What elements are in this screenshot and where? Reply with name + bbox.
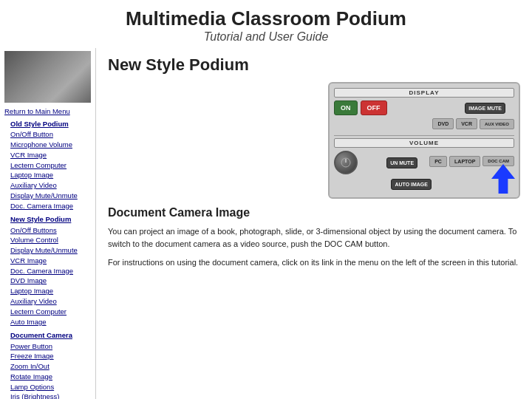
old-on-off[interactable]: On/Off Button xyxy=(10,129,91,140)
new-podium-header[interactable]: New Style Podium xyxy=(4,214,91,225)
auto-image-button[interactable]: AUTO IMAGE xyxy=(391,179,432,190)
old-aux-video[interactable]: Auxiliary Video xyxy=(10,180,91,191)
main-layout: Return to Main Menu Old Style Podium On/… xyxy=(0,48,532,399)
laptop-button[interactable]: LAPTOP xyxy=(449,156,480,167)
aux-video-button[interactable]: AUX VIDEO xyxy=(480,119,514,129)
new-lectern[interactable]: Lectern Computer xyxy=(10,307,91,317)
un-mute-col: UN MUTE xyxy=(386,157,417,168)
new-laptop[interactable]: Laptop Image xyxy=(10,286,91,296)
source-row-1: DVD VCR AUX VIDEO xyxy=(432,118,514,129)
vcr-button[interactable]: VCR xyxy=(456,118,477,129)
volume-knob[interactable] xyxy=(334,151,358,174)
return-to-main-link[interactable]: Return to Main Menu xyxy=(4,107,91,115)
new-on-off[interactable]: On/Off Buttons xyxy=(10,225,91,236)
doc-lamp[interactable]: Lamp Options xyxy=(10,382,91,392)
source-row-2: PC LAPTOP DOC CAM xyxy=(429,156,514,167)
old-lectern[interactable]: Lectern Computer xyxy=(10,160,91,171)
old-laptop[interactable]: Laptop Image xyxy=(10,170,91,180)
page-title: Multimedia Classroom Podium xyxy=(0,7,532,30)
dvd-button[interactable]: DVD xyxy=(432,118,454,129)
doc-zoom[interactable]: Zoom In/Out xyxy=(10,361,91,372)
off-btn-col: OFF xyxy=(361,100,387,115)
auto-image-row: AUTO IMAGE xyxy=(334,177,514,190)
un-mute-button[interactable]: UN MUTE xyxy=(386,157,417,168)
doc-cam-button[interactable]: DOC CAM xyxy=(482,156,514,166)
doc-freeze[interactable]: Freeze Image xyxy=(10,351,91,361)
image-mute-col: IMAGE MUTE xyxy=(465,103,505,114)
doc-camera-header[interactable]: Document Camera xyxy=(4,330,91,341)
doc-camera-para-2: For instructions on using the document c… xyxy=(108,256,520,269)
volume-label: VOLUME xyxy=(334,138,514,148)
doc-camera-text: You can project an image of a book, phot… xyxy=(108,225,520,269)
panel-divider-1 xyxy=(334,135,514,136)
old-podium-header[interactable]: Old Style Podium xyxy=(4,119,91,129)
page-subtitle: Tutorial and User Guide xyxy=(0,30,532,44)
new-volume[interactable]: Volume Control xyxy=(10,235,91,245)
doc-camera-para-1: You can project an image of a book, phot… xyxy=(108,225,520,250)
display-row: ON OFF IMAGE MUTE DVD VCR AUX VID xyxy=(334,100,514,132)
volume-row: UN MUTE PC LAPTOP DOC CAM xyxy=(334,151,514,174)
content-area: New Style Podium DISPLAY ON OFF IMAGE MU… xyxy=(96,48,532,399)
display-label: DISPLAY xyxy=(334,88,514,98)
on-button[interactable]: ON xyxy=(334,100,358,115)
doc-camera-title: Document Camera Image xyxy=(108,206,520,219)
old-podium-items: On/Off Button Microphone Volume VCR Imag… xyxy=(4,129,91,211)
doc-camera-items: Power Button Freeze Image Zoom In/Out Ro… xyxy=(4,341,91,399)
new-podium-items: On/Off Buttons Volume Control Display Mu… xyxy=(4,225,91,327)
podium-image xyxy=(4,51,91,103)
podium-panel-graphic: DISPLAY ON OFF IMAGE MUTE DVD xyxy=(328,82,520,199)
doc-rotate[interactable]: Rotate Image xyxy=(10,372,91,382)
on-btn-col: ON xyxy=(334,100,358,115)
new-display-mute[interactable]: Display Mute/Unmute xyxy=(10,245,91,256)
old-mic-volume[interactable]: Microphone Volume xyxy=(10,140,91,150)
new-aux-video[interactable]: Auxiliary Video xyxy=(10,296,91,307)
old-doc-camera[interactable]: Doc. Camera Image xyxy=(10,201,91,211)
doc-power[interactable]: Power Button xyxy=(10,341,91,352)
source-buttons: DVD VCR AUX VIDEO xyxy=(432,118,514,132)
off-button[interactable]: OFF xyxy=(361,100,387,115)
pc-button[interactable]: PC xyxy=(429,156,447,167)
section-title: New Style Podium xyxy=(108,55,520,75)
page-header: Multimedia Classroom Podium Tutorial and… xyxy=(0,0,532,48)
old-display-mute[interactable]: Display Mute/Unmute xyxy=(10,191,91,201)
new-auto-image[interactable]: Auto Image xyxy=(10,317,91,327)
old-vcr-image[interactable]: VCR Image xyxy=(10,150,91,160)
new-doc-camera[interactable]: Doc. Camera Image xyxy=(10,266,91,276)
content-top: New Style Podium DISPLAY ON OFF IMAGE MU… xyxy=(108,55,520,206)
doc-iris[interactable]: Iris (Brightness) Adjustments xyxy=(10,392,91,399)
new-dvd[interactable]: DVD Image xyxy=(10,276,91,286)
image-mute-button[interactable]: IMAGE MUTE xyxy=(465,103,505,114)
sidebar: Return to Main Menu Old Style Podium On/… xyxy=(0,48,96,399)
new-vcr-image[interactable]: VCR Image xyxy=(10,256,91,266)
podium-thumbnail xyxy=(4,51,91,103)
